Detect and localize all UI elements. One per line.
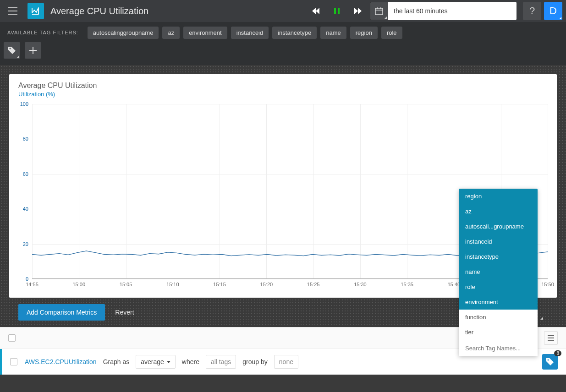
dropdown-search-input[interactable]: [459, 340, 538, 356]
svg-point-4: [548, 359, 549, 361]
x-tick: 15:30: [354, 282, 367, 287]
calendar-icon: [375, 7, 383, 15]
x-tick: 15:25: [307, 282, 320, 287]
app-logo[interactable]: [27, 3, 44, 19]
rewind-button[interactable]: [311, 8, 320, 14]
filter-tag-name[interactable]: name: [320, 27, 346, 39]
user-menu[interactable]: D: [544, 2, 562, 20]
svg-rect-2: [375, 8, 383, 15]
groupby-dropdown[interactable]: regionazautoscali...groupnameinstanceidi…: [459, 189, 538, 356]
where-select[interactable]: all tags: [206, 355, 236, 369]
filter-tag-az[interactable]: az: [162, 27, 180, 39]
filter-tag-instanceid[interactable]: instanceid: [231, 27, 269, 39]
where-label: where: [182, 358, 199, 365]
y-tick: 100: [20, 101, 28, 107]
forward-icon: [354, 8, 362, 14]
help-button[interactable]: ?: [523, 2, 541, 20]
x-tick: 15:10: [166, 282, 179, 287]
rewind-icon: [312, 8, 319, 14]
groupby-label: group by: [242, 358, 267, 365]
metric-checkbox[interactable]: [10, 358, 17, 365]
chart-subtitle: Utilization (%): [18, 91, 548, 98]
filter-tag-environment[interactable]: environment: [183, 27, 227, 39]
chevron-down-icon: [167, 361, 170, 363]
timerange-input[interactable]: [388, 2, 517, 20]
tag-icon: [8, 46, 16, 54]
filter-tag-role[interactable]: role: [381, 27, 402, 39]
dropdown-option[interactable]: tier: [459, 325, 538, 340]
revert-button[interactable]: Revert: [111, 304, 137, 321]
dropdown-option[interactable]: instanceid: [459, 234, 538, 249]
tag-tool-button[interactable]: [4, 42, 20, 59]
x-tick: 15:35: [401, 282, 413, 287]
y-tick: 0: [26, 276, 28, 282]
page-title: Average CPU Utilization: [50, 6, 148, 16]
x-tick: 14:55: [26, 282, 38, 287]
hamburger-icon: [8, 7, 17, 15]
x-tick: 15:15: [213, 282, 226, 287]
add-tool-button[interactable]: [25, 42, 41, 59]
aggregation-select[interactable]: average: [136, 355, 176, 369]
tag-icon: [546, 358, 554, 366]
forward-button[interactable]: [353, 8, 363, 14]
metric-row: AWS.EC2.CPUUtilization Graph as average …: [0, 349, 566, 375]
pause-button[interactable]: [332, 8, 341, 14]
metric-name[interactable]: AWS.EC2.CPUUtilization: [25, 358, 97, 365]
y-tick: 40: [23, 206, 28, 212]
filter-tag-instancetype[interactable]: instancetype: [272, 27, 317, 39]
groupby-select[interactable]: none: [274, 355, 298, 369]
chart-title: Average CPU Utilization: [18, 82, 548, 90]
dropdown-option[interactable]: name: [459, 264, 538, 279]
y-tick: 60: [23, 171, 28, 177]
x-tick: 15:00: [73, 282, 86, 287]
select-all-checkbox[interactable]: [8, 334, 16, 342]
menu-button[interactable]: [0, 0, 26, 22]
filters-label: AVAILABLE TAG FILTERS:: [7, 30, 78, 35]
dropdown-option[interactable]: instancetype: [459, 249, 538, 264]
dropdown-option[interactable]: az: [459, 204, 538, 219]
dropdown-option[interactable]: role: [459, 279, 538, 294]
x-tick: 15:50: [541, 282, 554, 287]
svg-point-3: [10, 48, 11, 49]
x-tick: 15:20: [260, 282, 273, 287]
dropdown-option[interactable]: environment: [459, 294, 538, 310]
tag-count-badge: 8: [554, 350, 561, 356]
graph-as-label: Graph as: [103, 358, 130, 365]
hamburger-small-icon: [548, 335, 554, 341]
pause-icon: [334, 8, 340, 14]
dropdown-option[interactable]: region: [459, 189, 538, 204]
calendar-button[interactable]: [370, 2, 388, 20]
chart-logo-icon: [31, 6, 41, 16]
x-tick: 15:05: [120, 282, 132, 287]
filter-tag-autoscalinggroupname[interactable]: autoscalinggroupname: [88, 27, 159, 39]
svg-rect-0: [334, 8, 336, 14]
user-initial: D: [550, 5, 557, 17]
filter-bar: AVAILABLE TAG FILTERS: autoscalinggroupn…: [0, 22, 566, 42]
filter-tag-region[interactable]: region: [350, 27, 378, 39]
list-menu-button[interactable]: [544, 331, 558, 345]
y-tick: 80: [23, 136, 28, 142]
groupby-tags-button[interactable]: 8: [542, 354, 558, 370]
y-tick: 20: [23, 241, 28, 247]
plus-icon: [29, 47, 37, 54]
add-comparison-button[interactable]: Add Comparison Metrics: [18, 304, 105, 321]
dropdown-option[interactable]: function: [459, 310, 538, 325]
svg-rect-1: [338, 8, 340, 14]
dropdown-option[interactable]: autoscali...groupname: [459, 219, 538, 234]
